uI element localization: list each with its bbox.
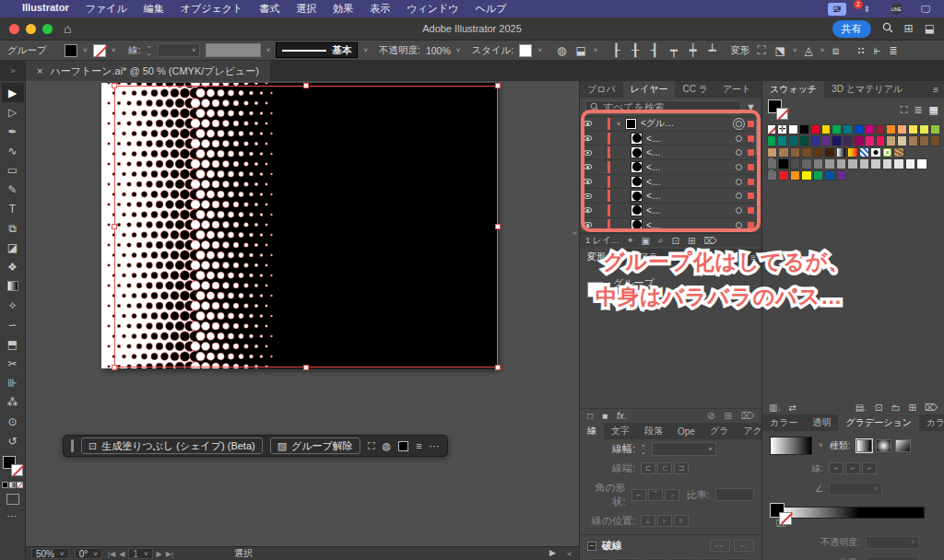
swatch[interactable] (799, 124, 809, 135)
gradient-button[interactable] (9, 482, 16, 488)
gradient-thumbnail[interactable] (770, 437, 812, 455)
layer-thumbnail[interactable] (631, 190, 643, 202)
gradient-location-dropdown[interactable]: ˅ (866, 556, 919, 560)
zoom-level-select[interactable]: 50%˅ (31, 548, 69, 559)
visibility-eye-icon[interactable] (584, 135, 592, 141)
opacity-value[interactable]: 100% (426, 45, 451, 56)
swatch[interactable] (767, 147, 778, 158)
swatch[interactable] (778, 158, 789, 169)
eye-cell[interactable] (580, 179, 595, 184)
menu-item-0[interactable]: Illustrator (22, 2, 69, 16)
swatch-options-icon[interactable]: ⊡ (875, 402, 882, 413)
swatch[interactable] (821, 124, 832, 135)
swatch[interactable] (777, 135, 787, 146)
layers-scrollbar[interactable] (756, 119, 761, 156)
weight-dropdown[interactable]: ˅ (652, 442, 716, 456)
tab-文字[interactable]: 文字 (604, 423, 637, 439)
last-artboard-icon[interactable]: ▶| (166, 550, 173, 558)
align-left-icon[interactable]: ┠ (611, 43, 622, 57)
stroke-along-button[interactable]: ⌐ (845, 462, 860, 474)
tool-rotate-view[interactable]: ↺ (2, 431, 24, 450)
delete-swatch-icon[interactable]: ⌦ (925, 402, 938, 413)
tab-レイヤー[interactable]: レイヤー (623, 81, 676, 98)
workspace-switcher-icon[interactable]: ⬓ (925, 22, 935, 35)
canvas[interactable]: « ⊡ 生成塗りつぶし (シェイプ) (Beta) ▨ グループ解除 ⛶ ◍ ≡… (26, 81, 579, 546)
gradient-opacity-dropdown[interactable]: ˅ (866, 536, 919, 549)
swatch[interactable] (893, 158, 904, 169)
swatch[interactable] (908, 135, 918, 146)
layer-name[interactable]: <… (646, 205, 736, 216)
swatch[interactable] (897, 135, 907, 146)
swatch[interactable] (930, 135, 940, 146)
angle-dropdown[interactable]: ˅ (829, 483, 882, 496)
tab-カラー[interactable]: カラー (762, 414, 805, 431)
swatch-kinds-icon[interactable]: ▤. (856, 402, 867, 413)
shape-mode-icon[interactable]: ⬔ (773, 44, 787, 57)
recolor-icon[interactable]: ◍ (383, 440, 392, 452)
selection-handle[interactable] (112, 83, 117, 88)
swatch[interactable] (790, 158, 801, 169)
none-button[interactable] (17, 482, 23, 488)
align-outside-button[interactable]: ⊧ (674, 515, 689, 527)
ungroup-button[interactable]: ▨ グループ解除 (270, 438, 360, 454)
selection-handle[interactable] (112, 224, 117, 229)
eye-cell[interactable] (580, 207, 595, 213)
selection-handle[interactable] (495, 83, 501, 88)
tool-eraser[interactable]: ◪ (2, 238, 24, 257)
layer-thumbnail[interactable] (631, 133, 643, 145)
swatch[interactable] (790, 147, 801, 158)
swatch[interactable] (919, 135, 929, 146)
dashed-line-checkbox[interactable]: − (587, 542, 596, 551)
grid-view-icon[interactable]: ▦ (929, 104, 938, 116)
swatch[interactable] (886, 135, 896, 146)
tool-curvature[interactable]: ∿ (2, 141, 24, 160)
delete-layer-icon[interactable]: ⌦ (703, 236, 716, 246)
artboard[interactable] (101, 83, 498, 368)
target-circle-icon[interactable] (736, 149, 742, 156)
swatch[interactable] (847, 158, 858, 169)
swatch[interactable]: ✛ (777, 124, 787, 135)
tab-透明[interactable]: 透明 (805, 414, 838, 431)
swatch[interactable] (832, 124, 842, 135)
recolor-artwork-icon[interactable]: ◍ (555, 44, 568, 57)
visibility-eye-icon[interactable] (584, 222, 592, 228)
visibility-eye-icon[interactable] (584, 207, 592, 213)
tool-smooth[interactable]: ∽ (2, 315, 24, 334)
eye-cell[interactable] (580, 121, 595, 126)
menu-item-5[interactable]: 選択 (296, 2, 316, 16)
menu-item-8[interactable]: ウィンドウ (407, 2, 458, 16)
properties-icon[interactable]: ≡ (416, 440, 421, 451)
tab-3D とマテリアル[interactable]: 3D とマテリアル (824, 81, 910, 98)
color-button[interactable] (2, 482, 8, 488)
tab-グラデーション[interactable]: グラデーション (838, 414, 918, 431)
stroke-across-button[interactable]: ⌐ (862, 462, 877, 474)
swatch[interactable] (843, 124, 853, 135)
bevel-join-button[interactable]: ⌌ (665, 489, 679, 501)
swatch[interactable] (859, 147, 870, 158)
selection-handle[interactable] (495, 224, 501, 229)
align-center-h-icon[interactable]: ╂ (630, 43, 641, 57)
duplicate-item-icon[interactable]: ⊞ (724, 411, 731, 421)
swatch[interactable] (824, 170, 835, 181)
limit-input[interactable] (715, 488, 754, 501)
swatch[interactable] (876, 135, 886, 146)
swatch[interactable] (882, 147, 893, 158)
menu-item-6[interactable]: 効果 (333, 2, 353, 16)
menu-item-4[interactable]: 書式 (259, 2, 279, 16)
selection-indicator[interactable] (748, 192, 754, 199)
minimize-window-button[interactable] (26, 24, 36, 34)
layer-row[interactable]: <… (580, 175, 761, 190)
artboard-number-select[interactable]: 1˅ (128, 548, 152, 559)
crop-image-icon[interactable]: ⧈ (831, 44, 842, 57)
preserve-dash-button[interactable]: ⌐⌐ (710, 540, 730, 552)
butt-cap-button[interactable]: ⊏ (641, 462, 655, 474)
layer-name[interactable]: <… (646, 191, 736, 201)
align-top-icon[interactable]: ┯ (668, 43, 679, 57)
tab-アート[interactable]: アート (715, 81, 758, 98)
tool-lasso[interactable]: ❖ (2, 257, 24, 276)
swatch[interactable] (870, 158, 881, 169)
target-circle-icon[interactable] (736, 121, 742, 127)
swatch[interactable] (778, 170, 789, 181)
layer-name[interactable]: <… (646, 134, 736, 144)
tool-eyedropper[interactable]: ✧ (2, 296, 24, 315)
